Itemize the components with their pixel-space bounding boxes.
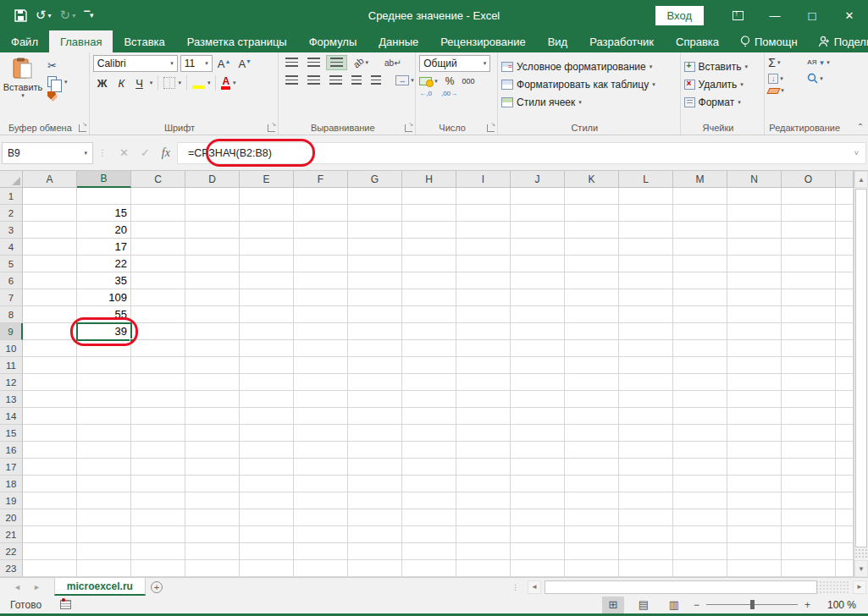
- cell-B19[interactable]: [77, 492, 131, 509]
- tab-view[interactable]: Вид: [537, 30, 579, 52]
- cell-J4[interactable]: [511, 239, 565, 256]
- cell-N6[interactable]: [727, 272, 782, 289]
- cell-E8[interactable]: [240, 306, 294, 323]
- cell-E4[interactable]: [240, 239, 294, 256]
- cell-O1[interactable]: [782, 188, 836, 205]
- cell-K3[interactable]: [565, 222, 619, 239]
- cell-A12[interactable]: [23, 374, 77, 391]
- cell-A19[interactable]: [23, 492, 77, 509]
- cell-H9[interactable]: [402, 323, 456, 340]
- cell-C17[interactable]: [131, 459, 185, 476]
- cell-J10[interactable]: [511, 340, 565, 357]
- cell-O22[interactable]: [782, 543, 836, 560]
- row-header-5[interactable]: 5: [0, 256, 23, 272]
- tab-home[interactable]: Главная: [49, 30, 113, 52]
- cell-K1[interactable]: [565, 188, 619, 205]
- cell-K23[interactable]: [565, 560, 619, 577]
- cell-H13[interactable]: [402, 391, 456, 408]
- cell-M12[interactable]: [673, 374, 727, 391]
- cell-A8[interactable]: [23, 306, 77, 323]
- cell-J23[interactable]: [511, 560, 565, 577]
- zoom-in-icon[interactable]: +: [804, 599, 810, 611]
- cell-I16[interactable]: [456, 442, 511, 459]
- cell-L12[interactable]: [619, 374, 673, 391]
- cell-F19[interactable]: [294, 492, 348, 509]
- column-header-E[interactable]: E: [240, 171, 294, 188]
- cell-J1[interactable]: [511, 188, 565, 205]
- cell-G8[interactable]: [348, 306, 402, 323]
- cell-B14[interactable]: [77, 408, 131, 425]
- italic-button[interactable]: К: [114, 76, 130, 91]
- cell-M7[interactable]: [673, 289, 727, 306]
- column-header-G[interactable]: G: [348, 171, 402, 188]
- cell-B21[interactable]: [77, 526, 131, 543]
- cell-K7[interactable]: [565, 289, 619, 306]
- cell-I22[interactable]: [456, 543, 511, 560]
- cell-B5[interactable]: 22: [77, 256, 131, 272]
- row-header-1[interactable]: 1: [0, 188, 23, 205]
- cell-L10[interactable]: [619, 340, 673, 357]
- cell-D11[interactable]: [185, 357, 240, 374]
- column-header-F[interactable]: F: [294, 171, 348, 188]
- assistant-button[interactable]: Помощн: [730, 30, 808, 52]
- expand-formula-bar-icon[interactable]: ˅: [854, 149, 865, 157]
- zoom-slider-thumb[interactable]: [750, 600, 755, 609]
- cell-O14[interactable]: [782, 408, 836, 425]
- row-header-2[interactable]: 2: [0, 205, 23, 222]
- cell-J13[interactable]: [511, 391, 565, 408]
- cell-L20[interactable]: [619, 509, 673, 526]
- cell-F20[interactable]: [294, 509, 348, 526]
- cell-L8[interactable]: [619, 306, 673, 323]
- cell-I13[interactable]: [456, 391, 511, 408]
- cell-A18[interactable]: [23, 476, 77, 492]
- column-header-I[interactable]: I: [456, 171, 511, 188]
- column-header-A[interactable]: A: [23, 171, 77, 188]
- cell-E22[interactable]: [240, 543, 294, 560]
- cell-D8[interactable]: [185, 306, 240, 323]
- cell-O2[interactable]: [782, 205, 836, 222]
- row-header-13[interactable]: 13: [0, 391, 23, 408]
- font-dialog-launcher[interactable]: [268, 124, 275, 132]
- cell-K22[interactable]: [565, 543, 619, 560]
- cell-G20[interactable]: [348, 509, 402, 526]
- cell-M23[interactable]: [673, 560, 727, 577]
- percent-style-button[interactable]: %: [445, 75, 455, 87]
- cell-H10[interactable]: [402, 340, 456, 357]
- normal-view-button[interactable]: ⊞: [602, 597, 624, 613]
- row-header-3[interactable]: 3: [0, 222, 23, 239]
- cell-A16[interactable]: [23, 442, 77, 459]
- cell-N9[interactable]: [727, 323, 782, 340]
- cell-I17[interactable]: [456, 459, 511, 476]
- cell-G22[interactable]: [348, 543, 402, 560]
- cell-H20[interactable]: [402, 509, 456, 526]
- cell-G3[interactable]: [348, 222, 402, 239]
- fill-handle[interactable]: [130, 338, 134, 343]
- cell-N20[interactable]: [727, 509, 782, 526]
- tab-help[interactable]: Справка: [665, 30, 730, 52]
- cell-J7[interactable]: [511, 289, 565, 306]
- tab-insert[interactable]: Вставка: [113, 30, 175, 52]
- fill-button[interactable]: ↓▾: [768, 73, 807, 84]
- cell-M3[interactable]: [673, 222, 727, 239]
- cell-I18[interactable]: [456, 476, 511, 492]
- clipboard-dialog-launcher[interactable]: [79, 124, 86, 132]
- cell-K12[interactable]: [565, 374, 619, 391]
- cell-N13[interactable]: [727, 391, 782, 408]
- customize-qat-icon[interactable]: ▔▾: [81, 11, 96, 19]
- cell-C7[interactable]: [131, 289, 185, 306]
- cell-E11[interactable]: [240, 357, 294, 374]
- cell-D16[interactable]: [185, 442, 240, 459]
- align-center-icon[interactable]: [304, 74, 323, 87]
- cell-D3[interactable]: [185, 222, 240, 239]
- row-header-19[interactable]: 19: [0, 492, 23, 509]
- cell-L21[interactable]: [619, 526, 673, 543]
- cell-E1[interactable]: [240, 188, 294, 205]
- new-sheet-button[interactable]: +: [146, 578, 168, 596]
- cell-D7[interactable]: [185, 289, 240, 306]
- cell-N21[interactable]: [727, 526, 782, 543]
- font-name-combo[interactable]: Calibri▾: [93, 55, 178, 72]
- cell-N15[interactable]: [727, 425, 782, 442]
- cell-C1[interactable]: [131, 188, 185, 205]
- cell-H22[interactable]: [402, 543, 456, 560]
- undo-button[interactable]: ↺▾: [33, 8, 54, 23]
